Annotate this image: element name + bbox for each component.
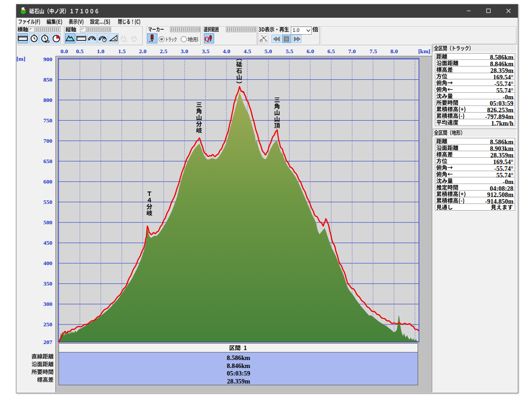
svg-text:123: 123 [45,40,50,43]
svg-text:1: 1 [126,39,128,43]
svg-text:Q: Q [204,35,210,43]
